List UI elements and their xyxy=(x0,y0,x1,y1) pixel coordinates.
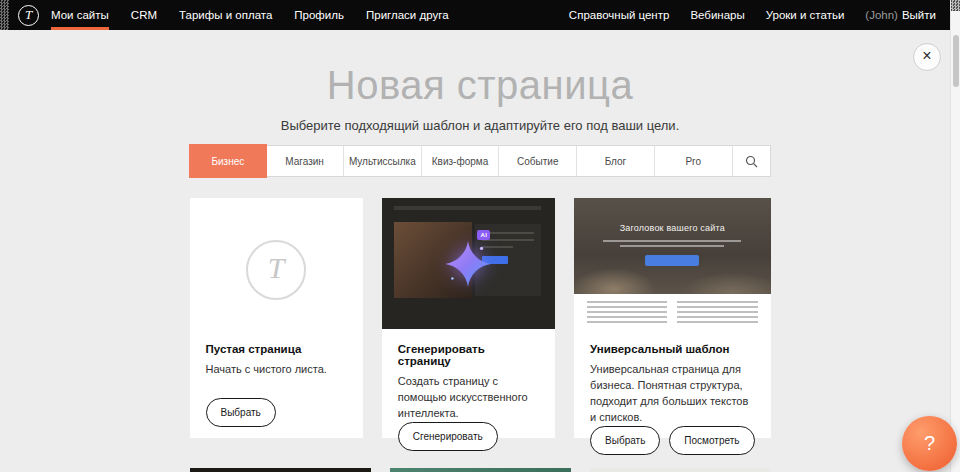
ai-template-preview: AI xyxy=(382,198,555,329)
template-cards-grid-row2 xyxy=(190,468,771,472)
preview-hero-section: Заголовок вашего сайта xyxy=(574,198,770,294)
tab-multilink[interactable]: Мультиссылка xyxy=(344,146,422,176)
universal-template-preview: Заголовок вашего сайта xyxy=(574,198,770,329)
nav-webinars[interactable]: Вебинары xyxy=(690,9,744,21)
tab-pro[interactable]: Pro xyxy=(655,146,733,176)
tilda-logo[interactable]: T xyxy=(9,0,51,30)
nav-invite-friend[interactable]: Пригласи друга xyxy=(366,0,449,30)
tab-event[interactable]: Событие xyxy=(499,146,577,176)
template-card-blank: T Пустая страница Начать с чистого листа… xyxy=(190,198,363,438)
template-card-partial xyxy=(190,468,371,472)
tab-business[interactable]: Бизнес xyxy=(190,145,267,177)
choose-universal-button[interactable]: Выбрать xyxy=(590,426,660,455)
template-card-universal: Заголовок вашего сайта Универсальный шаб… xyxy=(574,198,770,438)
new-page-modal: × Новая страница Выберите подходящий шаб… xyxy=(0,30,960,472)
top-navigation-bar: T Мои сайты CRM Тарифы и оплата Профиль … xyxy=(0,0,960,30)
card-actions: Сгенерировать xyxy=(398,422,539,451)
preview-text-column xyxy=(677,301,757,323)
preview-cta-button xyxy=(645,255,699,266)
tilda-dashboard: T Мои сайты CRM Тарифы и оплата Профиль … xyxy=(0,0,960,30)
preview-universal-button[interactable]: Посмотреть xyxy=(669,426,754,455)
tab-quiz-form[interactable]: Квиз-форма xyxy=(422,146,500,176)
template-preview-image xyxy=(190,468,371,472)
ai-badge: AI xyxy=(477,230,490,240)
screen-edge-texture xyxy=(0,0,9,30)
nav-crm[interactable]: CRM xyxy=(131,0,157,30)
generate-button[interactable]: Сгенерировать xyxy=(398,422,498,451)
scrollbar[interactable] xyxy=(950,0,960,472)
screen-edge-texture xyxy=(951,0,960,11)
scrollbar-thumb[interactable] xyxy=(953,35,959,87)
preview-text-line xyxy=(620,245,724,247)
card-content: Пустая страница Начать с чистого листа. … xyxy=(190,329,363,438)
tab-shop[interactable]: Магазин xyxy=(266,146,344,176)
ai-star-icon xyxy=(443,239,493,289)
template-cards-grid: T Пустая страница Начать с чистого листа… xyxy=(190,198,771,438)
card-title: Универсальный шаблон xyxy=(590,343,754,355)
close-button[interactable]: × xyxy=(913,43,941,71)
nav-profile[interactable]: Профиль xyxy=(294,0,344,30)
card-actions: Выбрать xyxy=(206,398,347,427)
card-title: Сгенерировать страницу xyxy=(398,343,539,367)
nav-logout[interactable]: (John) Выйти xyxy=(865,9,936,21)
primary-nav: Мои сайты CRM Тарифы и оплата Профиль Пр… xyxy=(51,0,471,30)
template-category-tabs: Бизнес Магазин Мультиссылка Квиз-форма С… xyxy=(190,145,771,177)
secondary-nav: Справочный центр Вебинары Уроки и статьи… xyxy=(548,0,960,30)
preview-text-section xyxy=(574,294,770,329)
tilda-watermark-icon: T xyxy=(246,240,306,300)
card-description: Начать с чистого листа. xyxy=(206,362,347,378)
template-preview-image xyxy=(590,468,771,472)
blank-template-preview: T xyxy=(190,198,363,329)
page-subtitle: Выберите подходящий шаблон и адаптируйте… xyxy=(0,118,960,133)
nav-lessons[interactable]: Уроки и статьи xyxy=(766,9,845,21)
preview-text-column xyxy=(587,301,667,323)
tab-search[interactable] xyxy=(733,146,770,176)
template-card-ai: AI Сгенерировать страницу Создать страни… xyxy=(382,198,555,438)
template-card-partial xyxy=(390,468,571,472)
preview-text-line xyxy=(603,240,741,242)
template-card-partial xyxy=(590,468,771,472)
mock-navbar xyxy=(394,206,541,210)
card-actions: Выбрать Посмотреть xyxy=(590,426,754,455)
logout-label: Выйти xyxy=(902,9,936,21)
template-preview-image xyxy=(390,468,571,472)
choose-blank-button[interactable]: Выбрать xyxy=(206,398,276,427)
nav-my-sites[interactable]: Мои сайты xyxy=(51,0,109,30)
card-description: Универсальная страница для бизнеса. Поня… xyxy=(590,362,754,426)
preview-site-heading: Заголовок вашего сайта xyxy=(574,198,770,233)
page-title: Новая страница xyxy=(0,64,960,106)
nav-help-center[interactable]: Справочный центр xyxy=(569,9,670,21)
card-content: Сгенерировать страницу Создать страницу … xyxy=(382,329,555,462)
card-title: Пустая страница xyxy=(206,343,347,355)
help-button[interactable]: ? xyxy=(902,416,957,471)
tilda-logo-icon: T xyxy=(18,5,39,26)
username-label: (John) xyxy=(865,9,898,21)
card-content: Универсальный шаблон Универсальная стран… xyxy=(574,329,770,466)
search-icon xyxy=(745,155,758,168)
card-description: Создать страницу с помощью искусственног… xyxy=(398,374,539,422)
nav-tariffs[interactable]: Тарифы и оплата xyxy=(179,0,272,30)
tab-blog[interactable]: Блог xyxy=(577,146,655,176)
